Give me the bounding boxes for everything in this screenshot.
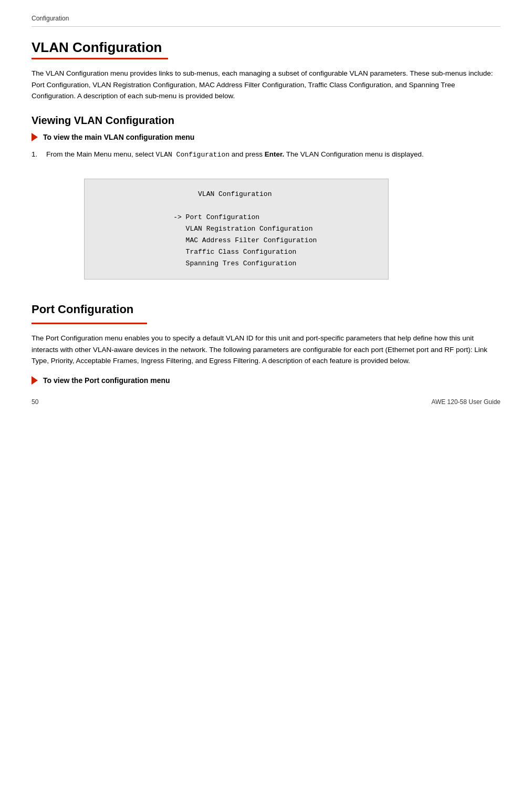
arrow-icon-2 (32, 376, 38, 385)
breadcrumb-text: Configuration (32, 15, 69, 22)
viewing-section-title: Viewing VLAN Configuration (32, 115, 500, 127)
step-1-number: 1. (32, 149, 41, 161)
arrow-icon-1 (32, 133, 38, 141)
arrow-heading-1: To view the main VLAN configuration menu (32, 133, 500, 141)
step1-bold: Enter. (265, 150, 285, 158)
intro-paragraph: The VLAN Configuration menu provides lin… (32, 68, 500, 102)
port-title-underline (32, 323, 147, 324)
footer-guide-title: AWE 120-58 User Guide (431, 398, 500, 406)
terminal-line5: MAC Address Filter Configuration (116, 236, 317, 244)
terminal-line6: Traffic Class Configuration (116, 248, 296, 256)
terminal-display: VLAN Configuration -> Port Configuration… (84, 179, 389, 280)
terminal-line3: -> Port Configuration (116, 213, 259, 221)
footer-page-number: 50 (32, 398, 38, 406)
page-wrapper: Configuration VLAN Configuration The VLA… (0, 0, 532, 421)
port-intro-paragraph: The Port Configuration menu enables you … (32, 333, 500, 367)
terminal-line7: Spanning Tres Configuration (116, 260, 296, 267)
breadcrumb: Configuration (32, 11, 500, 27)
terminal-line4: VLAN Registration Configuration (116, 225, 312, 233)
arrow-heading-2: To view the Port configuration menu (32, 376, 500, 385)
title-underline (32, 58, 168, 59)
page-title: VLAN Configuration (32, 39, 500, 56)
step1-code: VLAN Configuration (156, 151, 230, 159)
arrow-heading-2-text: To view the Port configuration menu (43, 376, 170, 385)
page-footer: 50 AWE 120-58 User Guide (32, 398, 500, 406)
step-1-text: From the Main Menu menu, select VLAN Con… (46, 149, 500, 161)
step-1: 1. From the Main Menu menu, select VLAN … (32, 149, 500, 161)
steps-list: 1. From the Main Menu menu, select VLAN … (32, 149, 500, 161)
terminal-line1: VLAN Configuration (116, 190, 272, 198)
port-section-title: Port Configuration (32, 303, 500, 316)
step1-post: and press (230, 150, 265, 158)
step1-end: The VLAN Configuration menu is displayed… (284, 150, 423, 158)
arrow-heading-1-text: To view the main VLAN configuration menu (43, 133, 194, 141)
step1-pre: From the Main Menu menu, select (46, 150, 156, 158)
